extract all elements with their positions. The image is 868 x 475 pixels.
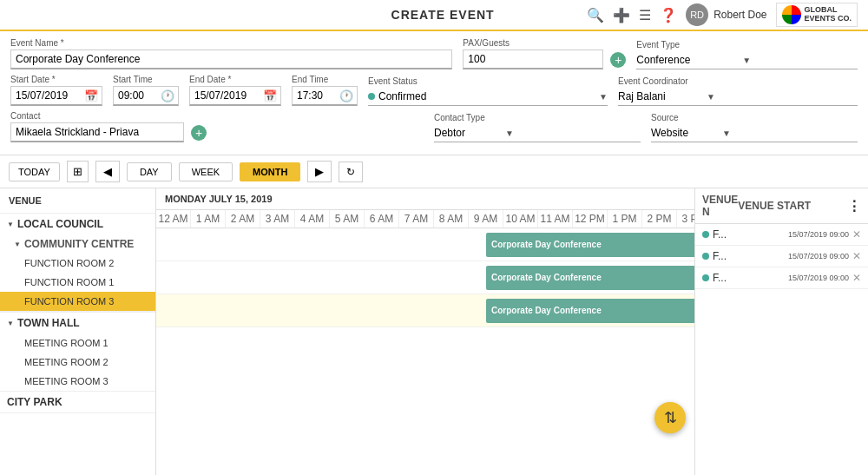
source-select[interactable]: Website <box>651 127 720 139</box>
venue-item-function-room-3[interactable]: FUNCTION ROOM 3 <box>0 292 155 311</box>
end-time-input[interactable] <box>293 87 336 104</box>
event-type-label: Event Type <box>636 40 858 49</box>
start-time-group: Start Time 🕐 <box>113 75 179 106</box>
rp-close-1[interactable]: ✕ <box>852 250 861 262</box>
rp-dot-1 <box>702 253 709 260</box>
prev-button[interactable]: ◀ <box>95 161 120 182</box>
time-label-15: 3 PM <box>677 210 694 228</box>
avatar: RD <box>686 3 708 26</box>
chevron-down-icon: ▼ <box>742 56 751 65</box>
day-view-button[interactable]: DAY <box>127 162 172 181</box>
more-icon[interactable]: ⋮ <box>847 198 861 214</box>
time-label-7: 7 AM <box>399 210 434 228</box>
rp-close-2[interactable]: ✕ <box>852 272 861 284</box>
chevron-down-icon-3: ▼ <box>707 92 715 102</box>
cal-row-3: Corporate Day Conference <box>156 294 694 327</box>
contact-type-select[interactable]: Debtor <box>434 127 503 139</box>
time-label-0: 12 AM <box>156 210 191 228</box>
start-date-input-wrapper: 📅 <box>10 86 102 106</box>
status-dot <box>368 93 375 100</box>
rp-col-start: VENUE START <box>738 200 847 212</box>
venue-sidebar: VENUE ▼ LOCAL COUNCIL ▼ COMMUNITY CENTRE… <box>0 188 156 475</box>
event-name-input[interactable] <box>11 50 451 68</box>
pax-group: PAX/Guests + <box>463 38 626 69</box>
coordinator-select[interactable]: Raj Balani <box>618 90 705 102</box>
contact-input[interactable] <box>10 122 184 142</box>
time-label-9: 9 AM <box>469 210 503 228</box>
add-pax-button[interactable]: + <box>610 52 626 68</box>
venue-group-city-park: CITY PARK <box>0 392 155 413</box>
time-label-1: 1 AM <box>191 210 226 228</box>
right-panel-header: VENUE N VENUE START ⋮ <box>695 188 868 224</box>
help-icon[interactable]: ❓ <box>660 7 677 23</box>
time-label-14: 2 PM <box>642 210 677 228</box>
venue-item-function-room-2[interactable]: FUNCTION ROOM 2 <box>0 254 155 273</box>
cal-rows: Corporate Day Conference Corporate Day C… <box>156 228 694 327</box>
rp-date-2: 15/07/2019 09:00 <box>788 274 849 282</box>
next-button[interactable]: ▶ <box>307 161 332 182</box>
start-date-group: Start Date * 📅 <box>10 75 102 106</box>
today-button[interactable]: TODAY <box>9 162 60 181</box>
add-icon[interactable]: ➕ <box>613 7 630 23</box>
cal-event-3[interactable]: Corporate Day Conference <box>486 299 694 323</box>
time-label-3: 3 AM <box>260 210 295 228</box>
triangle-down-icon: ▼ <box>7 221 14 228</box>
form-area: Event Name * PAX/Guests + Event Type Con… <box>0 31 868 155</box>
top-bar-actions: 🔍 ➕ ☰ ❓ RD Robert Doe GLOBALEVENTS CO. <box>587 3 858 27</box>
venue-item-meeting-room-1[interactable]: MEETING ROOM 1 <box>0 333 155 353</box>
list-icon[interactable]: ☰ <box>639 7 651 23</box>
clock-icon-2: 🕐 <box>336 89 357 102</box>
cal-event-2[interactable]: Corporate Day Conference <box>486 266 694 290</box>
event-status-group: Event Status Confirmed ▼ <box>368 76 608 106</box>
local-council-label: ▼ LOCAL COUNCIL <box>0 214 155 234</box>
coordinator-group: Event Coordinator Raj Balani ▼ <box>618 76 858 106</box>
page-title: CREATE EVENT <box>299 8 587 22</box>
contact-type-label: Contact Type <box>434 113 641 122</box>
time-label-4: 4 AM <box>295 210 330 228</box>
rp-row-0: F... 15/07/2019 09:00 ✕ <box>695 224 868 246</box>
month-view-button[interactable]: MONTH <box>240 162 300 181</box>
time-label-11: 11 AM <box>538 210 573 228</box>
contact-group: Contact + <box>10 111 424 142</box>
coordinator-select-wrapper: Raj Balani ▼ <box>618 88 858 106</box>
chevron-down-icon-4: ▼ <box>505 129 514 138</box>
rp-venue-0: F... <box>713 228 788 241</box>
week-view-button[interactable]: WEEK <box>179 162 233 181</box>
event-type-select[interactable]: Conference <box>636 54 740 66</box>
time-label-13: 1 PM <box>608 210 642 228</box>
rp-close-0[interactable]: ✕ <box>852 228 861 241</box>
triangle-down-icon-2: ▼ <box>14 241 21 248</box>
pax-input[interactable] <box>463 49 603 69</box>
venue-item-meeting-room-3[interactable]: MEETING ROOM 3 <box>0 372 155 391</box>
grid-view-button[interactable]: ⊞ <box>67 161 89 182</box>
rp-dot-0 <box>702 231 709 238</box>
venue-subgroup-community-centre: ▼ COMMUNITY CENTRE FUNCTION ROOM 2 FUNCT… <box>0 234 155 312</box>
add-contact-button[interactable]: + <box>191 125 207 141</box>
start-time-label: Start Time <box>113 75 179 84</box>
start-date-input[interactable] <box>11 87 81 104</box>
city-park-label: CITY PARK <box>0 392 155 412</box>
rp-row-2: F... 15/07/2019 09:00 ✕ <box>695 267 868 289</box>
user-info: RD Robert Doe <box>686 3 766 26</box>
end-date-input-wrapper: 📅 <box>189 86 281 106</box>
event-type-group: Event Type Conference ▼ <box>636 40 858 69</box>
search-icon[interactable]: 🔍 <box>587 7 604 23</box>
calendar-icon-2: 📅 <box>260 89 280 102</box>
rp-row-1: F... 15/07/2019 09:00 ✕ <box>695 246 868 267</box>
end-date-input[interactable] <box>190 87 260 104</box>
end-time-label: End Time <box>292 75 358 84</box>
cal-event-1[interactable]: Corporate Day Conference <box>486 233 694 257</box>
venue-header: VENUE <box>0 188 155 214</box>
start-time-input[interactable] <box>114 87 157 104</box>
venue-item-meeting-room-2[interactable]: MEETING ROOM 2 <box>0 353 155 372</box>
fab-button[interactable]: ⇅ <box>654 402 686 433</box>
cal-time-header: 12 AM 1 AM 2 AM 3 AM 4 AM 5 AM 6 AM 7 AM… <box>156 210 694 228</box>
event-name-label: Event Name * <box>10 38 452 48</box>
start-date-label: Start Date * <box>10 75 102 84</box>
refresh-button[interactable]: ↻ <box>339 162 363 182</box>
source-select-wrapper: Website ▼ <box>651 124 858 142</box>
rp-date-0: 15/07/2019 09:00 <box>788 230 849 239</box>
contact-label: Contact <box>10 111 424 121</box>
venue-item-function-room-1[interactable]: FUNCTION ROOM 1 <box>0 273 155 292</box>
top-bar: CREATE EVENT 🔍 ➕ ☰ ❓ RD Robert Doe GLOBA… <box>0 0 868 31</box>
